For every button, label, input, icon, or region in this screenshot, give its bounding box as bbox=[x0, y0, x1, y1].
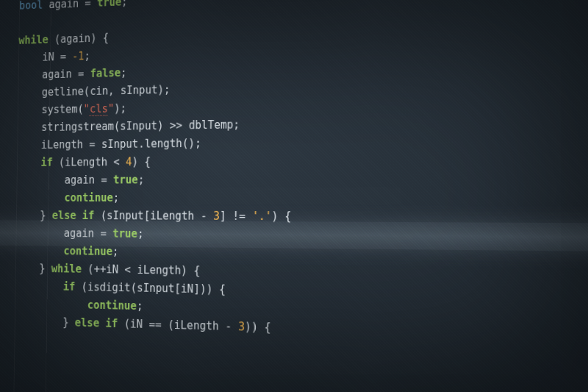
code-text[interactable]: } else if (sInput[iLength - 3] != '.') { bbox=[0, 208, 291, 222]
code-line[interactable]: 528 again = true; bbox=[0, 168, 588, 189]
code-text[interactable]: stringstream(sInput) >> dblTemp; bbox=[0, 118, 240, 135]
code-text[interactable]: iN = -1; bbox=[0, 49, 90, 65]
code-text[interactable]: again = true; bbox=[0, 226, 143, 240]
code-text[interactable]: iLength = sInput.length(); bbox=[0, 136, 201, 152]
code-text[interactable]: continue; bbox=[0, 243, 118, 258]
code-editor[interactable]: 16string sInput;17int iLength, iN;18doub… bbox=[0, 0, 588, 392]
code-text[interactable]: while (again) { bbox=[0, 31, 109, 49]
code-text[interactable]: again = false; bbox=[0, 66, 127, 83]
code-text[interactable]: if (iLength < 4) { bbox=[0, 155, 151, 169]
code-text[interactable]: getline(cin, sInput); bbox=[0, 83, 171, 100]
code-text[interactable]: system("cls"); bbox=[0, 101, 126, 117]
code-line[interactable]: 529 continue; bbox=[0, 188, 588, 208]
code-text[interactable]: continue; bbox=[0, 191, 119, 204]
code-text[interactable] bbox=[0, 17, 19, 32]
code-text[interactable]: if (isdigit(sInput[iN])) { bbox=[0, 278, 226, 296]
code-text[interactable]: } while (++iN < iLength) { bbox=[0, 260, 200, 277]
code-text[interactable]: again = true; bbox=[0, 173, 144, 186]
editor-viewport: 16string sInput;17int iLength, iN;18doub… bbox=[0, 0, 588, 392]
code-text[interactable]: continue; bbox=[0, 296, 143, 313]
